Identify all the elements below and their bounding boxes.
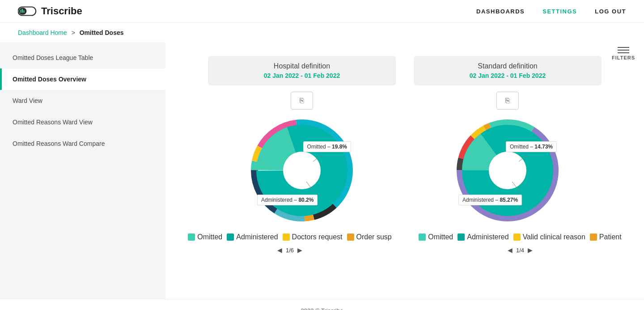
sidebar-item-reasons-ward-view[interactable]: Omitted Reasons Ward View <box>0 111 165 133</box>
svg-rect-4 <box>23 10 24 13</box>
order-label: Order susp <box>356 233 392 241</box>
filters-label: FILTERS <box>612 55 635 60</box>
std-omitted-label: Omitted <box>428 233 453 241</box>
svg-point-29 <box>489 152 526 189</box>
standard-definition-box: Standard definition 02 Jan 2022 - 01 Feb… <box>414 56 602 85</box>
patient-swatch <box>590 234 597 241</box>
hospital-chart-container: Hospital definition 02 Jan 2022 - 01 Feb… <box>208 56 396 229</box>
svg-point-17 <box>284 152 320 189</box>
standard-page-indicator: 1/4 <box>516 247 524 254</box>
standard-donut-chart: Omitted – 14.73% Administered – 85.27% <box>454 117 561 224</box>
hospital-definition-box: Hospital definition 02 Jan 2022 - 01 Feb… <box>208 56 396 85</box>
clinical-swatch <box>513 234 521 241</box>
administered-swatch <box>227 234 234 241</box>
hospital-donut-svg <box>248 117 356 224</box>
hospital-donut-chart: Omitted – 19.8% Administered – 80.2% <box>248 117 356 224</box>
breadcrumb-home[interactable]: Dashboard Home <box>18 29 67 36</box>
standard-donut-svg <box>454 117 561 224</box>
nav-logout[interactable]: LOG OUT <box>595 8 626 15</box>
standard-prev-button[interactable]: ◀ <box>507 246 513 255</box>
sidebar-item-reasons-ward-compare[interactable]: Omitted Reasons Ward Compare <box>0 133 165 154</box>
legends-row: Omitted Administered Doctors request Ord… <box>179 233 631 255</box>
charts-row: Hospital definition 02 Jan 2022 - 01 Feb… <box>179 56 631 229</box>
content-area: FILTERS Hospital definition 02 Jan 2022 … <box>165 42 644 299</box>
standard-legend: Omitted Administered Valid clinical reas… <box>419 233 622 255</box>
std-omitted-swatch <box>419 234 426 241</box>
sidebar: Omitted Doses League Table Omitted Doses… <box>0 42 165 299</box>
hospital-date-range: 02 Jan 2022 - 01 Feb 2022 <box>235 72 369 79</box>
hospital-prev-button[interactable]: ◀ <box>276 246 283 255</box>
breadcrumb-separator: > <box>72 29 75 36</box>
hospital-next-button[interactable]: ▶ <box>297 246 303 255</box>
standard-definition-title: Standard definition <box>441 62 575 70</box>
breadcrumb-current: Omitted Doses <box>80 29 124 36</box>
clinical-label: Valid clinical reason <box>523 233 585 241</box>
header: Triscribe DASHBOARDS SETTINGS LOG OUT <box>0 0 644 23</box>
hospital-page-indicator: 1/6 <box>286 247 294 254</box>
sidebar-item-ward-view[interactable]: Ward View <box>0 90 165 111</box>
order-swatch <box>347 234 354 241</box>
standard-legend-patient: Patient <box>590 233 622 241</box>
footer: 2022 © Triscribe <box>0 299 644 310</box>
hospital-definition-title: Hospital definition <box>235 62 369 70</box>
doctors-swatch <box>283 234 290 241</box>
omitted-label: Omitted <box>197 233 222 241</box>
standard-legend-administered: Administered <box>458 233 508 241</box>
hospital-legend-order: Order susp <box>347 233 392 241</box>
export-icon-2: ⎘ <box>505 97 510 105</box>
logo-icon <box>18 5 38 17</box>
hospital-legend-doctors: Doctors request <box>283 233 343 241</box>
filters-button[interactable]: FILTERS <box>612 47 635 60</box>
logo-text: Triscribe <box>41 5 82 17</box>
standard-export-button[interactable]: ⎘ <box>496 92 519 110</box>
export-icon: ⎘ <box>300 97 304 105</box>
standard-pagination: ◀ 1/4 ▶ <box>507 246 534 255</box>
omitted-swatch <box>188 234 195 241</box>
sidebar-item-league-table[interactable]: Omitted Doses League Table <box>0 47 165 68</box>
footer-text: 2022 © Triscribe <box>301 307 343 310</box>
breadcrumb: Dashboard Home > Omitted Doses <box>0 23 644 42</box>
patient-label: Patient <box>599 233 622 241</box>
hospital-legend: Omitted Administered Doctors request Ord… <box>188 233 392 255</box>
svg-rect-3 <box>22 9 23 13</box>
standard-chart-container: Standard definition 02 Jan 2022 - 01 Feb… <box>414 56 602 229</box>
hospital-legend-omitted: Omitted <box>188 233 222 241</box>
nav-settings[interactable]: SETTINGS <box>542 8 577 15</box>
doctors-label: Doctors request <box>292 233 343 241</box>
standard-next-button[interactable]: ▶ <box>527 246 534 255</box>
svg-rect-2 <box>21 10 21 13</box>
hospital-legend-administered: Administered <box>227 233 278 241</box>
main-nav: DASHBOARDS SETTINGS LOG OUT <box>476 8 626 15</box>
standard-date-range: 02 Jan 2022 - 01 Feb 2022 <box>441 72 575 79</box>
filters-icon <box>618 47 629 53</box>
hospital-export-button[interactable]: ⎘ <box>291 92 313 110</box>
main-layout: Omitted Doses League Table Omitted Doses… <box>0 42 644 299</box>
logo: Triscribe <box>18 5 82 17</box>
std-admin-swatch <box>458 234 465 241</box>
nav-dashboards[interactable]: DASHBOARDS <box>476 8 525 15</box>
std-admin-label: Administered <box>467 233 508 241</box>
administered-label: Administered <box>236 233 278 241</box>
standard-legend-clinical: Valid clinical reason <box>513 233 585 241</box>
sidebar-item-overview[interactable]: Omitted Doses Overview <box>0 68 165 90</box>
standard-legend-omitted: Omitted <box>419 233 453 241</box>
hospital-pagination: ◀ 1/6 ▶ <box>276 246 303 255</box>
